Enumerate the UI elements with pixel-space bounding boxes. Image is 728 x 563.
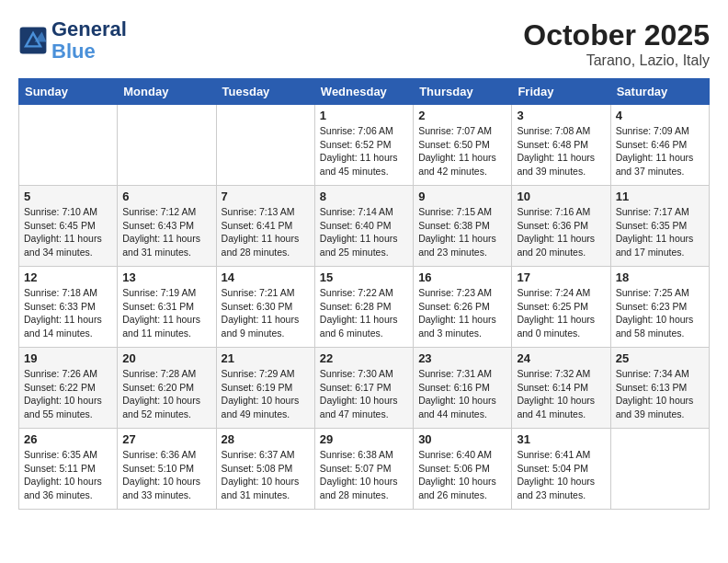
calendar-week-row: 26Sunrise: 6:35 AMSunset: 5:11 PMDayligh…	[19, 429, 710, 510]
calendar-cell: 1Sunrise: 7:06 AMSunset: 6:52 PMDaylight…	[314, 105, 413, 186]
day-number: 12	[24, 270, 112, 284]
calendar-cell: 23Sunrise: 7:31 AMSunset: 6:16 PMDayligh…	[414, 348, 512, 429]
calendar-cell: 25Sunrise: 7:34 AMSunset: 6:13 PMDayligh…	[610, 348, 709, 429]
calendar-cell: 19Sunrise: 7:26 AMSunset: 6:22 PMDayligh…	[19, 348, 118, 429]
day-info: Sunrise: 7:12 AMSunset: 6:43 PMDaylight:…	[122, 205, 210, 259]
calendar-cell: 30Sunrise: 6:40 AMSunset: 5:06 PMDayligh…	[414, 429, 512, 510]
calendar-cell: 3Sunrise: 7:08 AMSunset: 6:48 PMDaylight…	[512, 105, 610, 186]
calendar-cell: 8Sunrise: 7:14 AMSunset: 6:40 PMDaylight…	[314, 186, 413, 267]
calendar-cell: 28Sunrise: 6:37 AMSunset: 5:08 PMDayligh…	[216, 429, 314, 510]
logo-icon	[18, 26, 48, 55]
day-info: Sunrise: 7:17 AMSunset: 6:35 PMDaylight:…	[616, 205, 704, 259]
day-info: Sunrise: 7:32 AMSunset: 6:14 PMDaylight:…	[517, 367, 605, 421]
calendar-cell: 18Sunrise: 7:25 AMSunset: 6:23 PMDayligh…	[610, 267, 709, 348]
calendar-cell	[216, 105, 314, 186]
calendar-cell: 15Sunrise: 7:22 AMSunset: 6:28 PMDayligh…	[314, 267, 413, 348]
day-info: Sunrise: 7:19 AMSunset: 6:31 PMDaylight:…	[122, 286, 210, 340]
calendar-cell	[610, 429, 709, 510]
day-number: 11	[616, 190, 704, 203]
calendar-cell: 14Sunrise: 7:21 AMSunset: 6:30 PMDayligh…	[216, 267, 314, 348]
logo: GeneralBlue	[18, 18, 127, 63]
day-info: Sunrise: 7:09 AMSunset: 6:46 PMDaylight:…	[616, 124, 704, 178]
weekday-header-wednesday: Wednesday	[314, 79, 413, 105]
day-number: 5	[24, 190, 112, 203]
day-info: Sunrise: 7:30 AMSunset: 6:17 PMDaylight:…	[320, 367, 408, 421]
day-info: Sunrise: 7:07 AMSunset: 6:50 PMDaylight:…	[418, 124, 506, 178]
weekday-header-monday: Monday	[118, 79, 216, 105]
weekday-header-tuesday: Tuesday	[216, 79, 314, 105]
calendar-cell: 21Sunrise: 7:29 AMSunset: 6:19 PMDayligh…	[216, 348, 314, 429]
day-number: 14	[222, 270, 310, 284]
day-info: Sunrise: 6:40 AMSunset: 5:06 PMDaylight:…	[418, 448, 506, 502]
calendar-cell: 4Sunrise: 7:09 AMSunset: 6:46 PMDaylight…	[610, 105, 709, 186]
day-number: 13	[122, 270, 210, 284]
day-info: Sunrise: 6:37 AMSunset: 5:08 PMDaylight:…	[222, 448, 310, 502]
day-number: 15	[320, 270, 408, 284]
calendar-cell: 27Sunrise: 6:36 AMSunset: 5:10 PMDayligh…	[118, 429, 216, 510]
day-info: Sunrise: 7:18 AMSunset: 6:33 PMDaylight:…	[24, 286, 112, 340]
calendar-cell: 13Sunrise: 7:19 AMSunset: 6:31 PMDayligh…	[118, 267, 216, 348]
day-number: 4	[616, 109, 704, 122]
day-number: 17	[517, 270, 605, 284]
day-number: 9	[418, 190, 506, 203]
calendar-cell: 9Sunrise: 7:15 AMSunset: 6:38 PMDaylight…	[414, 186, 512, 267]
title-block: October 2025 Tarano, Lazio, Italy	[523, 18, 710, 69]
day-info: Sunrise: 7:23 AMSunset: 6:26 PMDaylight:…	[418, 286, 506, 340]
logo-blue: Blue	[51, 40, 96, 63]
day-info: Sunrise: 6:38 AMSunset: 5:07 PMDaylight:…	[320, 448, 408, 502]
calendar-cell: 29Sunrise: 6:38 AMSunset: 5:07 PMDayligh…	[314, 429, 413, 510]
day-info: Sunrise: 7:06 AMSunset: 6:52 PMDaylight:…	[320, 124, 408, 178]
day-number: 30	[418, 432, 506, 446]
day-info: Sunrise: 7:28 AMSunset: 6:20 PMDaylight:…	[122, 367, 210, 421]
calendar-cell: 22Sunrise: 7:30 AMSunset: 6:17 PMDayligh…	[314, 348, 413, 429]
day-number: 23	[418, 351, 506, 365]
day-info: Sunrise: 7:14 AMSunset: 6:40 PMDaylight:…	[320, 205, 408, 259]
calendar-cell: 16Sunrise: 7:23 AMSunset: 6:26 PMDayligh…	[414, 267, 512, 348]
day-number: 28	[222, 432, 310, 446]
calendar-cell: 17Sunrise: 7:24 AMSunset: 6:25 PMDayligh…	[512, 267, 610, 348]
calendar-week-row: 1Sunrise: 7:06 AMSunset: 6:52 PMDaylight…	[19, 105, 710, 186]
day-number: 7	[222, 190, 310, 203]
day-number: 6	[122, 190, 210, 203]
day-number: 20	[122, 351, 210, 365]
day-number: 18	[616, 270, 704, 284]
day-info: Sunrise: 7:10 AMSunset: 6:45 PMDaylight:…	[24, 205, 112, 259]
calendar-cell: 11Sunrise: 7:17 AMSunset: 6:35 PMDayligh…	[610, 186, 709, 267]
calendar-cell: 31Sunrise: 6:41 AMSunset: 5:04 PMDayligh…	[512, 429, 610, 510]
calendar-cell: 24Sunrise: 7:32 AMSunset: 6:14 PMDayligh…	[512, 348, 610, 429]
day-number: 10	[517, 190, 605, 203]
page-header: GeneralBlue October 2025 Tarano, Lazio, …	[18, 18, 710, 69]
calendar-cell: 26Sunrise: 6:35 AMSunset: 5:11 PMDayligh…	[19, 429, 118, 510]
day-info: Sunrise: 7:29 AMSunset: 6:19 PMDaylight:…	[222, 367, 310, 421]
day-number: 2	[418, 109, 506, 122]
day-info: Sunrise: 7:25 AMSunset: 6:23 PMDaylight:…	[616, 286, 704, 340]
calendar-cell	[19, 105, 118, 186]
weekday-header-friday: Friday	[512, 79, 610, 105]
calendar-cell: 12Sunrise: 7:18 AMSunset: 6:33 PMDayligh…	[19, 267, 118, 348]
day-number: 25	[616, 351, 704, 365]
day-number: 31	[517, 432, 605, 446]
calendar-table: SundayMondayTuesdayWednesdayThursdayFrid…	[18, 78, 710, 510]
weekday-header-sunday: Sunday	[19, 79, 118, 105]
calendar-cell	[118, 105, 216, 186]
day-number: 16	[418, 270, 506, 284]
day-number: 21	[222, 351, 310, 365]
calendar-week-row: 12Sunrise: 7:18 AMSunset: 6:33 PMDayligh…	[19, 267, 710, 348]
day-info: Sunrise: 6:41 AMSunset: 5:04 PMDaylight:…	[517, 448, 605, 502]
weekday-header-saturday: Saturday	[610, 79, 709, 105]
logo-text: GeneralBlue	[51, 18, 127, 63]
day-info: Sunrise: 7:16 AMSunset: 6:36 PMDaylight:…	[517, 205, 605, 259]
location: Tarano, Lazio, Italy	[523, 52, 710, 69]
calendar-cell: 10Sunrise: 7:16 AMSunset: 6:36 PMDayligh…	[512, 186, 610, 267]
day-info: Sunrise: 7:08 AMSunset: 6:48 PMDaylight:…	[517, 124, 605, 178]
day-number: 8	[320, 190, 408, 203]
day-info: Sunrise: 6:36 AMSunset: 5:10 PMDaylight:…	[122, 448, 210, 502]
day-number: 29	[320, 432, 408, 446]
day-number: 26	[24, 432, 112, 446]
calendar-cell: 2Sunrise: 7:07 AMSunset: 6:50 PMDaylight…	[414, 105, 512, 186]
day-number: 1	[320, 109, 408, 122]
day-number: 27	[122, 432, 210, 446]
day-info: Sunrise: 6:35 AMSunset: 5:11 PMDaylight:…	[24, 448, 112, 502]
day-info: Sunrise: 7:24 AMSunset: 6:25 PMDaylight:…	[517, 286, 605, 340]
calendar-cell: 5Sunrise: 7:10 AMSunset: 6:45 PMDaylight…	[19, 186, 118, 267]
